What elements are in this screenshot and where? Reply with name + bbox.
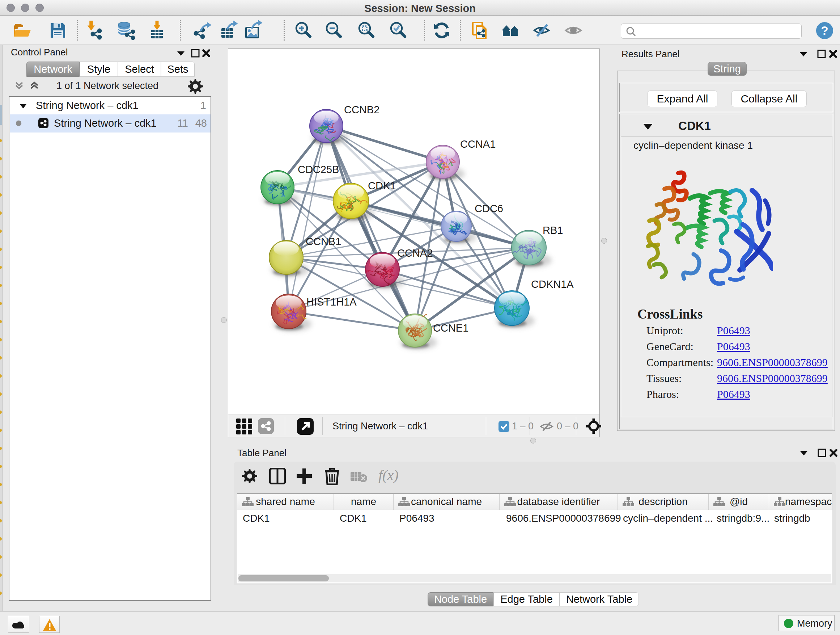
- svg-text:CDC6: CDC6: [475, 203, 503, 214]
- svg-text:CCNE1: CCNE1: [433, 322, 469, 334]
- svg-text:CDK1: CDK1: [368, 180, 396, 192]
- svg-text:CCNB2: CCNB2: [344, 104, 379, 116]
- svg-text:RB1: RB1: [543, 225, 563, 236]
- svg-text:CDC25B: CDC25B: [298, 164, 339, 175]
- svg-text:CCNA2: CCNA2: [397, 247, 433, 259]
- svg-text:CCNA1: CCNA1: [460, 138, 496, 150]
- svg-text:HIST1H1A: HIST1H1A: [306, 296, 357, 308]
- svg-text:CDKN1A: CDKN1A: [531, 279, 574, 290]
- svg-text:CCNB1: CCNB1: [306, 236, 341, 247]
